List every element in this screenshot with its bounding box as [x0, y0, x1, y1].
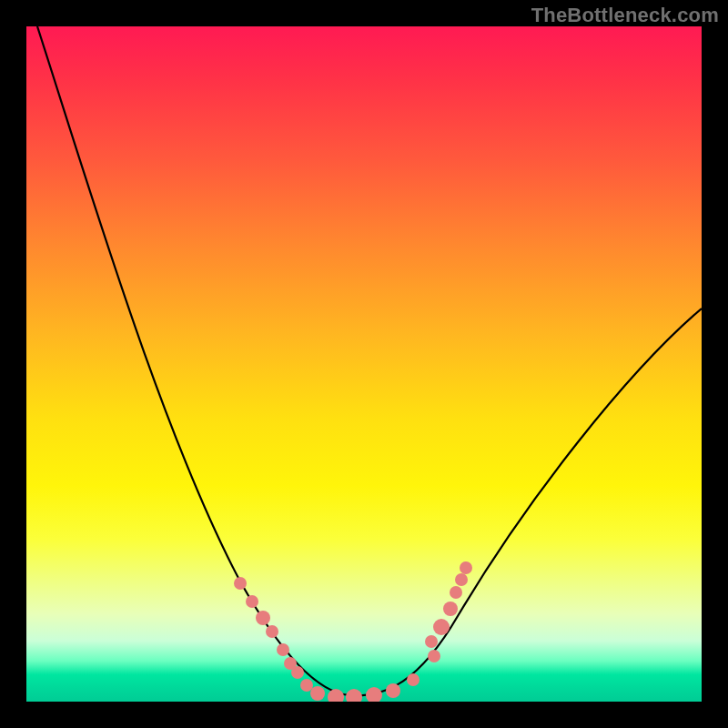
data-point-marker — [455, 573, 468, 586]
data-point-marker — [428, 650, 440, 662]
data-point-marker — [300, 679, 313, 692]
chart-svg — [26, 26, 702, 702]
data-point-marker — [291, 666, 304, 679]
data-point-marker — [328, 689, 344, 702]
data-point-marker — [443, 602, 458, 616]
bottleneck-curve — [37, 26, 702, 695]
data-point-marker — [386, 683, 400, 698]
data-point-marker — [246, 595, 258, 608]
watermark-text: TheBottleneck.com — [531, 4, 719, 27]
plot-area — [26, 26, 702, 702]
data-markers — [234, 561, 472, 702]
data-point-marker — [256, 611, 270, 625]
data-point-marker — [407, 673, 420, 686]
data-point-marker — [310, 686, 325, 701]
data-point-marker — [346, 689, 362, 702]
data-point-marker — [433, 619, 450, 635]
data-point-marker — [277, 643, 289, 656]
data-point-marker — [460, 561, 472, 574]
data-point-marker — [366, 687, 382, 702]
data-point-marker — [425, 635, 438, 648]
data-point-marker — [450, 586, 462, 599]
data-point-marker — [266, 625, 278, 638]
data-point-marker — [234, 577, 247, 590]
chart-frame: TheBottleneck.com — [0, 0, 728, 728]
